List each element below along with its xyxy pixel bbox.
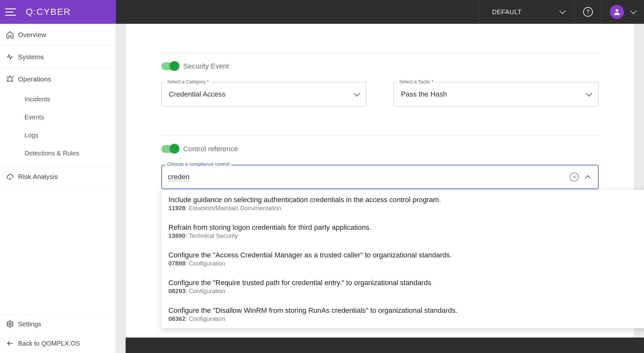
option-text: Configure the "Disallow WinRM from stori… <box>168 306 457 322</box>
option-text: Configure the "Access Credential Manager… <box>168 251 452 267</box>
divider <box>161 135 599 136</box>
compliance-label: Choose a compliance control <box>165 161 231 167</box>
sidebar-item-label: Events <box>24 114 44 121</box>
chevron-down-icon <box>630 8 637 14</box>
tactic-select[interactable]: Pass the Hash <box>393 82 599 107</box>
logo: Q:CYBER <box>26 7 71 17</box>
category-value: Credential Access <box>169 90 225 98</box>
sidebar-item-systems[interactable]: Systems <box>0 46 116 68</box>
sidebar-item-label: Incidents <box>24 96 50 103</box>
option-title: Refrain from storing logon credentials f… <box>168 223 371 232</box>
help-icon: ? <box>583 7 593 17</box>
form-card: Security Event Select a Category * Crede… <box>126 24 634 353</box>
control-reference-label: Control reference <box>183 145 238 153</box>
compliance-option[interactable]: Refrain from storing logon credentials f… <box>161 218 644 245</box>
security-event-toggle[interactable] <box>161 62 179 70</box>
compliance-input[interactable] <box>168 173 565 181</box>
sidebar-item-label: Overview <box>18 31 46 39</box>
sidebar-item-label: Systems <box>18 53 44 61</box>
sidebar-item-label: Logs <box>24 132 38 139</box>
home-icon <box>6 31 18 39</box>
close-icon: ✕ <box>572 174 576 180</box>
alert-icon <box>6 75 18 83</box>
compliance-autocomplete: Choose a compliance control ✕ Include gu… <box>161 165 599 189</box>
help-button[interactable]: ? <box>574 0 601 24</box>
option-text: Refrain from storing logon credentials f… <box>168 223 371 239</box>
option-subtitle: 07898: Configuration <box>168 260 452 267</box>
control-reference-toggle[interactable] <box>161 145 179 153</box>
sidebar-item-incidents[interactable]: Incidents <box>0 90 116 108</box>
clear-button[interactable]: ✕ <box>570 172 579 181</box>
option-title: Configure the "Access Credential Manager… <box>168 251 452 259</box>
chevron-down-icon <box>354 90 360 97</box>
chevron-up-icon <box>585 175 591 181</box>
divider <box>161 53 599 53</box>
tactic-field: Select a Tactic * Pass the Hash <box>393 82 599 107</box>
chevron-down-icon <box>559 8 566 14</box>
option-title: Include guidance on selecting authentica… <box>168 196 441 204</box>
workspace-label: DEFAULT <box>492 8 522 16</box>
sidebar: Overview Systems Operations Incidents <box>0 24 116 353</box>
hamburger-menu-icon[interactable] <box>5 6 17 18</box>
tactic-label: Select a Tactic * <box>397 79 435 84</box>
compliance-option[interactable]: Include guidance on selecting authentica… <box>161 190 644 218</box>
option-subtitle: 08362: Configuration <box>168 315 457 322</box>
category-field: Select a Category * Credential Access <box>161 82 366 107</box>
sidebar-item-label: Detections & Rules <box>24 150 79 157</box>
sidebar-item-risk[interactable]: Risk Analysis <box>0 166 116 188</box>
option-subtitle: 08293: Configuration <box>168 288 431 295</box>
sidebar-item-label: Settings <box>18 320 41 328</box>
header-right: DEFAULT ? <box>116 0 644 24</box>
collapse-button[interactable] <box>583 172 592 181</box>
app-header: Q:CYBER DEFAULT ? <box>0 0 644 24</box>
option-text: Configure the "Require trusted path for … <box>168 279 431 295</box>
option-subtitle: 11928: Establish/Maintain Documentation <box>168 205 441 212</box>
tactic-value: Pass the Hash <box>401 90 447 98</box>
category-select[interactable]: Credential Access <box>161 82 366 107</box>
sidebar-item-label: Risk Analysis <box>18 173 58 181</box>
option-title: Configure the "Require trusted path for … <box>168 279 431 287</box>
sidebar-item-logs[interactable]: Logs <box>0 126 116 144</box>
sidebar-item-settings[interactable]: Settings <box>0 314 116 334</box>
control-reference-toggle-row: Control reference <box>161 145 599 153</box>
footer-bar <box>126 338 644 353</box>
gear-icon <box>6 320 18 328</box>
user-menu[interactable] <box>601 0 644 24</box>
heartbeat-icon <box>6 53 18 61</box>
avatar <box>610 5 624 19</box>
option-text: Include guidance on selecting authentica… <box>168 196 441 212</box>
option-subtitle: 13690: Technical Security <box>168 232 371 239</box>
compliance-input-box: ✕ <box>161 165 599 189</box>
header-brand: Q:CYBER <box>0 0 116 24</box>
category-label: Select a Category * <box>165 79 211 84</box>
security-event-label: Security Event <box>183 62 229 70</box>
security-event-toggle-row: Security Event <box>161 62 599 70</box>
user-icon <box>613 8 621 16</box>
compliance-option[interactable]: Configure the "Disallow WinRM from stori… <box>161 301 644 328</box>
compliance-dropdown: Include guidance on selecting authentica… <box>161 190 644 328</box>
workspace-selector[interactable]: DEFAULT <box>479 0 574 24</box>
main-content: Security Event Select a Category * Crede… <box>116 24 644 353</box>
compliance-option[interactable]: Configure the "Require trusted path for … <box>161 273 644 301</box>
sidebar-item-events[interactable]: Events <box>0 108 116 126</box>
sidebar-item-operations[interactable]: Operations <box>0 68 116 90</box>
sidebar-item-label: Back to QOMPLX:OS <box>18 340 80 347</box>
sidebar-item-overview[interactable]: Overview <box>0 24 116 46</box>
sidebar-item-detections[interactable]: Detections & Rules <box>0 144 116 162</box>
chevron-down-icon <box>586 90 592 97</box>
sidebar-item-back[interactable]: Back to QOMPLX:OS <box>0 334 116 353</box>
cloud-risk-icon <box>6 172 18 181</box>
svg-point-0 <box>9 323 11 325</box>
arrow-left-icon <box>6 339 18 348</box>
sidebar-item-label: Operations <box>18 75 51 83</box>
option-title: Configure the "Disallow WinRM from stori… <box>168 306 457 315</box>
compliance-option[interactable]: Configure the "Access Credential Manager… <box>161 245 644 273</box>
